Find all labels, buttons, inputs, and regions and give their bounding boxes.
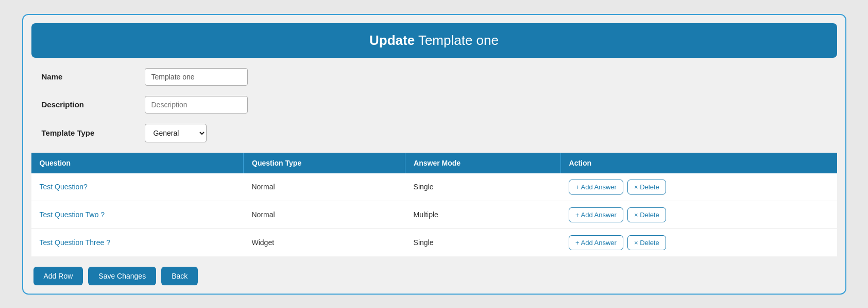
table-row: Test Question Two ? Normal Multiple + Ad…	[31, 201, 837, 229]
answer-mode-cell: Single	[405, 173, 560, 201]
form-section: Name Description Template Type General S…	[31, 68, 837, 142]
col-question: Question	[31, 153, 244, 173]
header-bar: Update Template one	[31, 23, 837, 58]
questions-table-container: Question Question Type Answer Mode Actio…	[31, 153, 837, 256]
action-cell: + Add Answer × Delete	[560, 229, 837, 256]
answer-mode-cell: Multiple	[405, 201, 560, 229]
col-action: Action	[560, 153, 837, 173]
save-changes-button[interactable]: Save Changes	[88, 267, 156, 285]
table-row: Test Question Three ? Widget Single + Ad…	[31, 229, 837, 256]
add-answer-button[interactable]: + Add Answer	[569, 235, 623, 250]
add-answer-button[interactable]: + Add Answer	[569, 207, 623, 222]
page-title: Update Template one	[31, 33, 837, 48]
template-type-select[interactable]: General Specific Custom	[145, 124, 207, 142]
table-row: Test Question? Normal Single + Add Answe…	[31, 173, 837, 201]
action-cell: + Add Answer × Delete	[560, 173, 837, 201]
action-buttons: + Add Answer × Delete	[569, 235, 828, 250]
col-question-type: Question Type	[244, 153, 405, 173]
action-cell: + Add Answer × Delete	[560, 201, 837, 229]
main-card: Update Template one Name Description Tem…	[22, 14, 846, 295]
description-input[interactable]	[145, 96, 248, 114]
table-body: Test Question? Normal Single + Add Answe…	[31, 173, 837, 256]
name-row: Name	[42, 68, 827, 86]
question-cell[interactable]: Test Question Two ?	[31, 201, 244, 229]
back-button[interactable]: Back	[161, 267, 198, 285]
answer-mode-cell: Single	[405, 229, 560, 256]
template-type-label: Template Type	[42, 128, 145, 137]
action-buttons: + Add Answer × Delete	[569, 207, 828, 222]
description-label: Description	[42, 100, 145, 109]
action-buttons: + Add Answer × Delete	[569, 180, 828, 194]
question-type-cell: Normal	[244, 173, 405, 201]
add-row-button[interactable]: Add Row	[33, 267, 83, 285]
footer-buttons: Add Row Save Changes Back	[31, 267, 837, 285]
name-input[interactable]	[145, 68, 248, 86]
add-answer-button[interactable]: + Add Answer	[569, 180, 623, 194]
delete-button[interactable]: × Delete	[627, 207, 666, 222]
questions-table: Question Question Type Answer Mode Actio…	[31, 153, 837, 256]
question-cell[interactable]: Test Question Three ?	[31, 229, 244, 256]
delete-button[interactable]: × Delete	[627, 180, 666, 194]
name-label: Name	[42, 72, 145, 81]
question-type-cell: Widget	[244, 229, 405, 256]
question-cell[interactable]: Test Question?	[31, 173, 244, 201]
question-type-cell: Normal	[244, 201, 405, 229]
table-header: Question Question Type Answer Mode Actio…	[31, 153, 837, 173]
template-type-row: Template Type General Specific Custom	[42, 124, 827, 142]
delete-button[interactable]: × Delete	[627, 235, 666, 250]
description-row: Description	[42, 96, 827, 114]
col-answer-mode: Answer Mode	[405, 153, 560, 173]
